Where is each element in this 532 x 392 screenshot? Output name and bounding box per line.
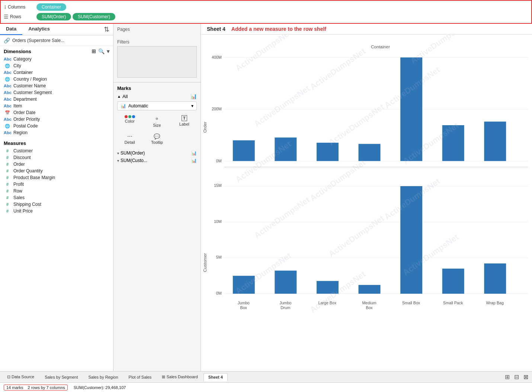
bar-order-small-box[interactable]	[400, 58, 422, 161]
dimension-name: Category	[13, 56, 32, 62]
marks-color-cell[interactable]: Color	[117, 113, 142, 129]
dimension-item[interactable]: 🚢Ship Date	[0, 136, 113, 137]
bar-order-jumbo-drum[interactable]	[275, 137, 297, 161]
dimension-item[interactable]: AbcOrder Priority	[0, 116, 113, 123]
dot-green	[128, 115, 131, 118]
dimension-item[interactable]: 🌐Postal Code	[0, 123, 113, 129]
marks-section: Marks ▲ All 📊 📊 Automatic ▾	[113, 82, 201, 371]
marks-tooltip-cell[interactable]: 💬 Tooltip	[144, 132, 169, 146]
dimension-item[interactable]: 🌐Country / Region	[0, 76, 113, 82]
tab-sales-dashboard[interactable]: ⊞ Sales Dashboard	[157, 373, 202, 381]
measure-item[interactable]: #Order Quantity	[0, 168, 113, 174]
measure-item[interactable]: #Row	[0, 188, 113, 194]
tab-plot-sales[interactable]: Plot of Sales	[124, 373, 157, 381]
marks-all-label: ▲ All	[117, 94, 128, 99]
dimension-name: Order Date	[13, 110, 35, 115]
app-container: ⫶ Columns Container ☰ Rows SUM(Order) SU…	[0, 0, 532, 392]
measure-item[interactable]: #Product Base Margin	[0, 174, 113, 181]
bar-customer-wrap-bag[interactable]	[484, 263, 506, 294]
measure-item[interactable]: #Sales	[0, 194, 113, 201]
dimension-item[interactable]: AbcCustomer Segment	[0, 89, 113, 96]
tab-data-source[interactable]: ⊡ Data Source	[2, 373, 39, 381]
chart-area: ActiveDumpsNet ActiveDumpsNet ActiveDump…	[201, 35, 532, 371]
measure-item[interactable]: #Order	[0, 161, 113, 168]
dashboard-icon: ⊞	[162, 375, 165, 379]
measure-item[interactable]: #Profit	[0, 181, 113, 188]
bar-customer-medium-box[interactable]	[359, 285, 381, 294]
svg-text:15M: 15M	[214, 183, 222, 188]
filters-box[interactable]	[117, 46, 197, 78]
dimension-item[interactable]: AbcCategory	[0, 56, 113, 62]
bar-customer-small-box[interactable]	[400, 186, 422, 294]
color-label: Color	[125, 119, 135, 123]
status-bar: 14 marks 2 rows by 7 columns SUM(Custome…	[0, 382, 532, 392]
sum-order-chart-icon: 📊	[191, 150, 197, 156]
dimension-item[interactable]: 🌐City	[0, 62, 113, 69]
panel-sort-icon[interactable]: ⇅	[100, 24, 113, 35]
middle-panel: Pages Filters Marks ▲ All 📊	[113, 24, 201, 371]
columns-shelf-label: ⫶ Columns	[4, 4, 33, 10]
rows-label-text: Rows	[10, 14, 21, 19]
bar-customer-large-box[interactable]	[317, 281, 339, 294]
marks-header: Marks	[117, 85, 197, 91]
marks-sum-rows: ▾ SUM(Order) 📊 ▾ SUM(Custo... 📊	[117, 149, 197, 164]
new-sheet-button[interactable]: ⊞	[503, 373, 511, 381]
marks-size-cell[interactable]: ⚬ Size	[144, 113, 169, 129]
measure-item[interactable]: #Shipping Cost	[0, 201, 113, 208]
dimension-item[interactable]: AbcRegion	[0, 129, 113, 136]
dimensions-icons: ⊞ 🔍 ▾	[92, 48, 109, 54]
filter-down-icon[interactable]: ▾	[107, 48, 109, 54]
measure-item[interactable]: #Customer	[0, 148, 113, 154]
bar-order-large-box[interactable]	[317, 143, 339, 161]
measure-icon: #	[4, 155, 11, 160]
rows-pill-customer[interactable]: SUM(Customer)	[73, 13, 115, 20]
chart-annotation: Added a new measure to the row shelf	[231, 26, 326, 32]
bar-order-medium-box[interactable]	[359, 144, 381, 161]
detail-label: Detail	[125, 140, 135, 145]
dimension-name: Order Priority	[13, 117, 40, 122]
marks-label-cell[interactable]: T Label	[172, 113, 197, 129]
bar-customer-small-pack[interactable]	[442, 269, 464, 294]
marks-all-text: All	[122, 94, 128, 99]
datasource-name: Orders (Superstore Sale...	[12, 38, 64, 43]
bar-order-wrap-bag[interactable]	[484, 122, 506, 161]
dimension-item[interactable]: AbcCustomer Name	[0, 82, 113, 89]
dimension-item[interactable]: AbcItem	[0, 103, 113, 109]
grid-view-icon[interactable]: ⊞	[92, 48, 96, 54]
measure-icon: #	[4, 189, 11, 193]
svg-text:Jumbo: Jumbo	[279, 301, 291, 305]
left-panel: Data Analytics ⇅ 🔗 Orders (Superstore Sa…	[0, 24, 113, 371]
dimension-name: Country / Region	[13, 77, 47, 82]
columns-label-text: Columns	[8, 4, 25, 10]
marks-all-chart-icon: 📊	[190, 93, 197, 99]
chart-header: Sheet 4 Added a new measure to the row s…	[201, 24, 532, 35]
bar-customer-jumbo-drum[interactable]	[275, 270, 297, 294]
dimension-name: Region	[13, 130, 28, 135]
abc-icon: Abc	[4, 117, 11, 122]
dimension-item[interactable]: AbcContainer	[0, 69, 113, 76]
tab-data[interactable]: Data	[0, 24, 22, 35]
tab-sales-region[interactable]: Sales by Region	[84, 373, 123, 381]
tab-analytics[interactable]: Analytics	[22, 24, 56, 35]
new-dashboard-button[interactable]: ⊟	[513, 373, 520, 381]
bar-order-jumbo-box[interactable]	[233, 140, 255, 161]
measure-item[interactable]: #Discount	[0, 154, 113, 161]
tab-sales-segment[interactable]: Sales by Segment	[40, 373, 83, 381]
columns-pill-container[interactable]: Container	[36, 3, 66, 11]
dimension-item[interactable]: 📅Order Date	[0, 109, 113, 116]
tab-sheet4[interactable]: Sheet 4	[203, 373, 228, 381]
dimension-item[interactable]: AbcDepartment	[0, 96, 113, 103]
bar-customer-jumbo-box[interactable]	[233, 276, 255, 294]
marks-type-dropdown[interactable]: 📊 Automatic ▾	[117, 101, 197, 110]
new-story-button[interactable]: ⊠	[522, 373, 530, 381]
marks-detail-cell[interactable]: ⋯ Detail	[117, 132, 142, 146]
svg-text:Wrap Bag: Wrap Bag	[486, 301, 504, 305]
measure-item[interactable]: #Unit Price	[0, 208, 113, 214]
bar-order-small-pack[interactable]	[442, 125, 464, 161]
globe-icon: 🌐	[4, 64, 11, 68]
marks-all-row: ▲ All 📊	[117, 93, 197, 99]
svg-text:Customer: Customer	[202, 253, 207, 272]
rows-pill-order[interactable]: SUM(Order)	[36, 13, 71, 20]
tab-sales-dashboard-label: Sales Dashboard	[166, 375, 198, 379]
search-icon[interactable]: 🔍	[98, 48, 105, 54]
